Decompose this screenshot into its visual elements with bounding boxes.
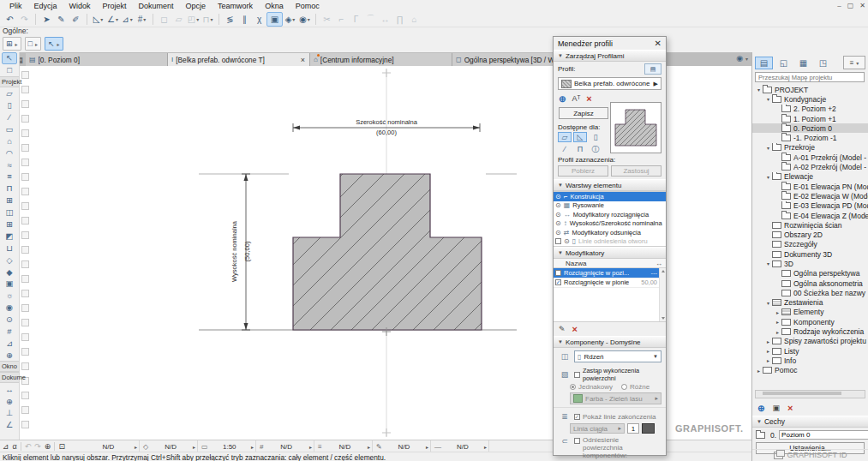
status-pen[interactable]: ✎ N/D ▸ [373,440,431,452]
tree-documents-3d[interactable]: Dokumenty 3D [752,249,868,259]
object-tool[interactable]: ▣ [2,278,17,290]
mini-palette-slot[interactable] [21,319,29,326]
mini-palette-slot[interactable] [21,231,29,239]
status-renovation[interactable]: ◇ N/D ▸ [140,440,198,452]
camera-icon[interactable]: ◉▾ [736,54,748,63]
skylight-tool[interactable]: ◩ [2,230,17,242]
elevation-dimension-tool[interactable]: ⊥ [2,407,17,419]
eye-icon[interactable]: ⊙ [564,237,570,245]
menu-item[interactable]: Projekt [97,1,133,11]
close-button[interactable]: ✕ [859,2,865,9]
tree-expander-icon[interactable]: ▾ [764,260,772,266]
tree-expander-icon[interactable]: ▾ [764,145,772,151]
layer-stretch-modifiers[interactable]: ⊙ ↔ Modyfikatory rozciągnięcia [554,210,666,219]
slanted-beam-availability-icon[interactable]: ∕ [558,144,572,154]
tree-expander-icon[interactable]: ▸ [764,348,772,354]
layer-nominal-size[interactable]: ⊙ ↕ Wysokość/Szerokość nominalna [554,219,666,229]
wall-availability-icon[interactable]: ▱ [558,132,572,142]
rename-profile-icon[interactable]: Aᵀ [572,94,580,103]
door-tool[interactable]: ◫ [2,207,17,219]
menu-item[interactable]: Pomoc [290,1,326,11]
window-tool[interactable]: ⊞ [2,219,17,230]
radio-uniform[interactable]: Jednakowy [570,383,613,391]
group-icon[interactable]: ◰▾ [186,13,201,26]
tree-elements[interactable]: ▸ Elementy [752,308,868,317]
view-map-tab[interactable]: ◱ [775,57,793,69]
eye-icon[interactable]: ⊙ [555,201,561,209]
menu-item[interactable]: Dokument [133,1,180,11]
angle-icon[interactable]: ⊿ [3,442,9,451]
trim-icon[interactable]: ▱ [171,13,186,26]
modifier-checkbox[interactable] [555,270,561,276]
tree-interior-elevations[interactable]: Rozwinięcia ścian [752,220,868,230]
mini-palette-slot[interactable] [21,246,29,254]
tree-details[interactable]: Szczegóły [752,240,868,249]
beam-availability-icon[interactable]: ◺ [573,132,587,142]
mini-palette-slot[interactable] [21,115,29,123]
fillet-icon[interactable]: ⌒ [363,13,378,26]
layer-checkbox[interactable] [555,238,561,244]
new-profile-icon[interactable]: ▤ [644,63,661,75]
menu-item[interactable]: Teamwork [212,1,259,11]
tree-expander-icon[interactable]: ▸ [755,368,763,374]
menu-item[interactable]: Widok [63,1,97,11]
tree-story-m1[interactable]: -1. Poziom -1 [752,133,868,142]
eraser-icon[interactable]: ◻ [157,13,171,26]
protractor-icon[interactable]: ⊿▾ [120,13,135,26]
tree-expander-icon[interactable]: ▸ [764,357,772,363]
mini-palette-slot[interactable] [21,290,29,297]
back-icon[interactable]: ↶ [25,442,32,451]
scrollbar-thumb[interactable] [763,392,841,395]
status-line[interactable]: — N/D ▸ [431,440,489,452]
pen-number-field[interactable]: 1 [627,423,639,434]
align-icon[interactable]: ∥ [237,13,252,26]
mini-palette-slot[interactable] [21,173,29,181]
mini-palette-slot[interactable] [21,202,29,210]
arrow-tool[interactable]: ↖ [2,52,17,64]
line-type-dropdown[interactable]: Linia ciągła ▸ [570,423,625,434]
marquee-display-icon[interactable]: ▣ [266,12,283,27]
section-properties[interactable]: ▼Cechy [752,416,868,428]
story-name-field[interactable] [779,430,868,440]
morph-tool[interactable]: ◆ [2,266,17,278]
add-item-icon[interactable]: ⊕ [757,404,764,413]
mini-palette-slot[interactable] [21,129,29,137]
inject-parameters-icon[interactable]: ✐ [69,13,83,26]
dimension-tool[interactable]: ↔ [2,383,17,395]
search-input[interactable] [755,72,865,82]
maximize-button[interactable]: ▢ [847,2,854,9]
adjust-icon[interactable]: Γ [349,13,363,26]
arrow-mode-button[interactable]: ↖▸ [45,37,63,51]
curtain-wall-tool[interactable]: ⊞ [2,195,17,207]
edit-modifier-icon[interactable]: ✎ [559,325,566,333]
split-icon[interactable]: ⌐ [334,13,349,26]
layer-drawing[interactable]: ⊙ ▦ Rysowanie [554,201,666,211]
section-manage-profiles[interactable]: ▼Zarządzaj Profilami [554,50,666,62]
tree-expander-icon[interactable]: ▾ [764,96,772,102]
radial-dimension-tool[interactable]: ⊕ [2,395,17,407]
redo-icon[interactable]: ↷ [17,13,32,26]
mesh-tool[interactable]: ≈ [2,159,17,171]
marquee-tool[interactable]: □ [2,64,17,76]
tree-info[interactable]: ▸ Info [752,356,868,365]
tree-story-1[interactable]: 1. Poziom +1 [752,114,868,123]
home-story-icon[interactable]: ⌂ [407,13,422,26]
graphisoft-id[interactable]: GRAPHISOFT ID [752,449,868,460]
equipment-tool[interactable]: ◉ [2,302,17,314]
tree-surfaces[interactable]: ▸ Rodzaje wykończenia [752,326,868,336]
undo-icon[interactable]: ↶ [3,13,17,26]
status-grid[interactable]: # N/D ▸ [256,440,314,452]
eye-icon[interactable]: ⊙ [555,229,561,236]
wall-tool[interactable]: ▱ [2,87,17,99]
tree-expander-icon[interactable]: ▸ [774,329,781,335]
modifier-checkbox[interactable] [555,279,561,285]
tree-help[interactable]: ▸ Pomoc [752,366,868,375]
level-icon[interactable]: ∠▾ [105,13,120,26]
menu-item[interactable]: Opcje [180,1,213,11]
status-scale[interactable]: ▭ 1:50 ▸ [198,440,256,452]
publisher-tab[interactable]: ◳ [814,57,832,69]
mini-palette-slot[interactable] [21,333,29,341]
grid-element-tool[interactable]: # [2,326,17,338]
section-element-layers[interactable]: ▼Warstwy elementu [554,179,666,191]
tree-elevation-e03[interactable]: E-03 Elewacja PD (Model - przebudow [752,201,868,211]
